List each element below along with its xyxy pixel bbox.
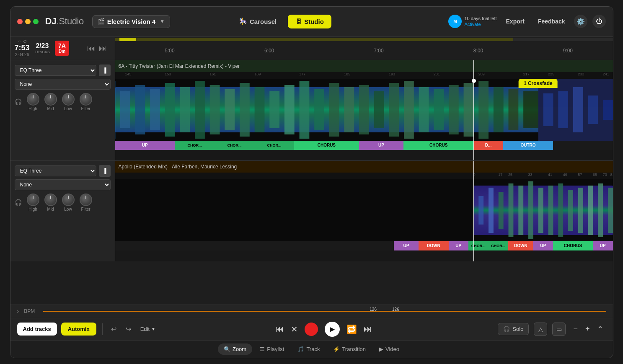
track1-headphone-icon[interactable]: 🎧	[15, 98, 22, 105]
mixedpink-logo: M	[448, 15, 462, 28]
crossfade-button[interactable]: ✕	[291, 324, 298, 334]
clock-icon: ⏱	[23, 39, 27, 44]
solo-button[interactable]: 🎧 Solo	[498, 323, 529, 335]
svg-rect-39	[489, 188, 494, 233]
svg-rect-34	[588, 96, 598, 124]
zoom-expand-button[interactable]: ⌃	[595, 324, 606, 335]
bpm-expand-button[interactable]: ›	[17, 308, 19, 315]
svg-rect-8	[195, 81, 205, 139]
tab-track[interactable]: 🎵 Track	[292, 343, 326, 355]
track1-filter-label: Filter	[81, 106, 90, 111]
track2-high-control[interactable]	[27, 194, 39, 206]
track1-mid-control[interactable]	[44, 93, 57, 106]
crossfade-label: 1 Crossfade	[524, 80, 553, 86]
play-button[interactable]: ▶	[325, 322, 340, 337]
transport-info: 〰 ⏱ 7:53 2:04:26 2/23 TRACKS 7A Dm ⏮ ⏭	[10, 37, 115, 60]
studio-icon: 🎛	[295, 18, 302, 25]
skip-back-button[interactable]: ⏮	[87, 44, 96, 53]
svg-rect-43	[528, 181, 533, 239]
svg-rect-18	[344, 87, 354, 132]
mixedpink-badge: M 10 days trial left Activate	[448, 15, 496, 28]
skip-forward-button[interactable]: ⏭	[99, 44, 107, 53]
ruler-mark-600: 6:00	[264, 48, 274, 54]
app-logo: DJ.Studio	[45, 16, 84, 27]
project-name: Electric Vision 4	[107, 18, 156, 25]
track1-waveform: 1 Crossfade	[115, 79, 613, 141]
track1-mid-knob: Mid	[44, 93, 57, 111]
carousel-mode-button[interactable]: 🎠 Carousel	[231, 14, 284, 29]
headphones-icon-btn[interactable]: △	[534, 323, 547, 336]
track1-seg-chor1: CHOR...	[175, 141, 215, 150]
track1-high-control[interactable]	[27, 93, 39, 106]
svg-rect-48	[578, 188, 583, 233]
tab-zoom[interactable]: 🔍 Zoom	[218, 343, 252, 355]
settings-icon[interactable]: ⚙️	[574, 15, 587, 28]
studio-mode-button[interactable]: 🎛 Studio	[288, 15, 331, 28]
tab-video[interactable]: ▶ Video	[373, 343, 405, 355]
trial-text: 10 days trial left Activate	[464, 15, 496, 28]
track2-filter-knob: Filter	[80, 194, 92, 212]
svg-rect-16	[314, 89, 324, 130]
track2-knobs: 🎧 High Mid Low	[15, 194, 111, 212]
activate-link[interactable]: Activate	[464, 22, 481, 27]
loop-button[interactable]: 🔁	[346, 324, 357, 334]
feedback-button[interactable]: Feedback	[534, 15, 569, 27]
track2-filter-label: Filter	[81, 207, 90, 212]
zoom-tab-icon: 🔍	[224, 346, 230, 352]
track2-numbers: 9 17 25 33 41 49 57 65 73 81	[115, 173, 613, 179]
close-button[interactable]	[17, 19, 23, 24]
svg-rect-29	[508, 89, 518, 130]
track1-filter-control[interactable]	[80, 93, 92, 106]
monitor-icon-btn[interactable]: ▭	[552, 323, 566, 336]
track2-eq-select[interactable]: EQ Three	[15, 165, 96, 176]
record-button[interactable]	[305, 323, 318, 336]
track1-low-control[interactable]	[62, 93, 75, 106]
svg-rect-24	[434, 89, 444, 130]
add-tracks-button[interactable]: Add tracks	[17, 323, 57, 336]
edit-button[interactable]: Edit ▼	[138, 324, 158, 334]
maximize-button[interactable]	[33, 19, 39, 24]
skip-to-end-button[interactable]: ⏭	[364, 324, 372, 334]
track2-seg-chorus: CHORUS	[553, 241, 593, 250]
crossfade-popup[interactable]: 1 Crossfade	[519, 79, 558, 88]
track2-eq-row: EQ Three ▐	[15, 165, 111, 177]
track2-fx-select[interactable]: None	[15, 179, 111, 190]
track2-headphone-icon[interactable]: 🎧	[15, 199, 22, 206]
power-icon[interactable]: ⏻	[592, 15, 606, 28]
track1-eq-select[interactable]: EQ Three	[15, 65, 96, 76]
tracks-count: 2/23 TRACKS	[35, 42, 50, 54]
key-badge: 7A Dm	[55, 41, 69, 56]
track1-high-label: High	[28, 106, 37, 111]
project-selector[interactable]: 🎬 Electric Vision 4 ▼	[92, 15, 171, 28]
tab-transition[interactable]: ⚡ Transition	[327, 343, 372, 355]
zoom-out-button[interactable]: −	[571, 324, 580, 334]
redo-button[interactable]: ↪	[123, 323, 134, 335]
svg-rect-51	[608, 188, 613, 233]
svg-rect-27	[478, 81, 489, 139]
track2-filter-control[interactable]	[80, 194, 92, 206]
svg-rect-13	[269, 91, 279, 128]
svg-rect-6	[165, 83, 175, 137]
track1-fx-select[interactable]: None	[15, 79, 111, 90]
svg-rect-26	[463, 83, 473, 137]
zoom-in-button[interactable]: +	[583, 324, 592, 334]
track2-mute-button[interactable]: ▐	[99, 165, 111, 177]
track2-mid-control[interactable]	[44, 194, 57, 206]
minimize-button[interactable]	[25, 19, 31, 24]
tab-playlist[interactable]: ☰ Playlist	[254, 343, 290, 355]
track1-waveform-svg	[115, 79, 613, 141]
automix-button[interactable]: Automix	[61, 323, 96, 336]
skip-to-start-button[interactable]: ⏮	[276, 324, 284, 334]
current-time: 7:53	[15, 44, 30, 52]
track2-timeline: Apollo (Extended Mix) - Alle Farben, Mau…	[115, 161, 613, 261]
track1-seg-outro: OUTRO	[503, 141, 553, 150]
ruler-mark-500: 5:00	[165, 48, 174, 54]
export-button[interactable]: Export	[502, 15, 529, 27]
track2-low-control[interactable]	[62, 194, 75, 206]
logo-dj: DJ	[45, 16, 57, 26]
track1-mute-button[interactable]: ▐	[99, 65, 111, 76]
track2-playhead-line	[473, 161, 474, 261]
ruler-marks: 5:00 6:00 7:00 8:00 9:00	[115, 37, 613, 60]
svg-rect-45	[548, 186, 553, 235]
undo-button[interactable]: ↩	[109, 323, 119, 335]
